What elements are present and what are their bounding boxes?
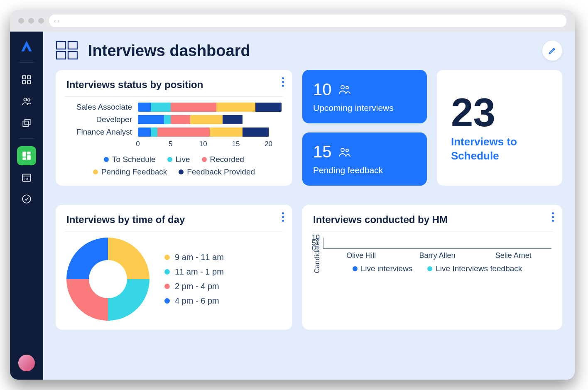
stat-label: Upcoming interviews <box>313 103 416 113</box>
sidebar-item-calendar[interactable]: 31 <box>17 168 36 187</box>
window-controls <box>18 18 44 24</box>
svg-rect-7 <box>23 121 28 127</box>
chart-x-axis: 05101520 <box>138 140 282 149</box>
more-button[interactable] <box>282 212 284 222</box>
chart-legend: To ScheduleLiveRecordedPending FeedbackF… <box>66 155 282 177</box>
stacked-bar <box>138 115 282 124</box>
legend-item: 11 am - 1 pm <box>164 267 224 277</box>
sidebar: 31 <box>10 32 43 380</box>
card-title: Interviews conducted by HM <box>313 214 551 226</box>
stat-value: 10 <box>313 80 332 99</box>
svg-rect-11 <box>22 157 26 159</box>
x-label: Barry Allen <box>399 249 475 260</box>
legend-item: Feedback Provided <box>179 167 255 177</box>
bar-row: Sales Associate <box>66 103 282 112</box>
app-window: ‹ › 31 <box>10 10 575 380</box>
legend-item: 9 am - 11 am <box>164 253 224 262</box>
svg-point-19 <box>341 86 344 89</box>
sidebar-divider <box>19 138 34 139</box>
chart-legend: Live interviewsLive Interviews feedback <box>323 264 551 273</box>
card-pending-feedback[interactable]: 15 Pending feedback <box>302 132 427 186</box>
legend-item: Recorded <box>202 155 244 164</box>
stat-label: Interviews to Schedule <box>451 135 551 163</box>
grouped-bar-chart: 0510 <box>323 238 551 249</box>
svg-rect-15 <box>56 42 66 49</box>
sidebar-divider <box>19 62 34 63</box>
svg-rect-17 <box>56 52 66 59</box>
legend-item: To Schedule <box>104 155 156 164</box>
stacked-bar <box>138 103 282 112</box>
x-label: Olive Hill <box>323 249 399 260</box>
svg-text:31: 31 <box>24 177 29 181</box>
page-header: Interviews dashboard <box>56 41 562 61</box>
svg-point-4 <box>24 98 27 101</box>
sidebar-item-candidates[interactable] <box>17 92 36 111</box>
svg-rect-2 <box>22 81 26 84</box>
bar-row: Developer <box>66 115 282 124</box>
x-label: Selie Arnet <box>475 249 551 260</box>
svg-rect-3 <box>27 81 31 84</box>
card-status-by-position: Interviews status by position Sales Asso… <box>56 70 292 186</box>
more-button[interactable] <box>552 212 554 222</box>
card-interviews-to-schedule[interactable]: 23 Interviews to Schedule <box>437 70 562 186</box>
legend-item: Pending Feedback <box>93 167 167 177</box>
more-button[interactable] <box>282 77 284 87</box>
page-title: Interviews dashboard <box>88 42 250 60</box>
zoom-dot[interactable] <box>38 18 44 24</box>
minimize-dot[interactable] <box>28 18 34 24</box>
user-avatar[interactable] <box>18 355 35 371</box>
sidebar-item-dashboard[interactable] <box>17 70 36 89</box>
svg-point-20 <box>346 86 348 89</box>
chart-x-labels: Olive HillBarry AllenSelie Arnet <box>323 249 551 260</box>
svg-point-21 <box>341 148 344 152</box>
main-content: Interviews dashboard Interviews status b… <box>43 32 575 380</box>
svg-point-14 <box>22 195 31 203</box>
svg-rect-0 <box>22 76 26 79</box>
stat-value: 23 <box>451 93 495 132</box>
close-dot[interactable] <box>18 18 24 24</box>
stacked-bar <box>138 128 282 137</box>
legend-item: Live interviews <box>353 264 413 273</box>
sidebar-item-boards[interactable] <box>17 146 36 165</box>
bar-label: Finance Analyst <box>66 128 132 137</box>
stacked-bar-chart: Sales AssociateDeveloperFinance Analyst <box>66 103 282 137</box>
svg-rect-16 <box>68 42 77 49</box>
svg-rect-1 <box>27 76 31 79</box>
people-icon <box>338 84 351 95</box>
card-time-of-day: Interviews by time of day 9 am - 11 am11… <box>56 205 292 330</box>
legend-item: 2 pm - 4 pm <box>164 282 224 291</box>
card-by-hm: Interviews conducted by HM Candidates 05… <box>302 205 562 330</box>
svg-rect-6 <box>25 119 30 125</box>
svg-rect-9 <box>27 152 31 155</box>
people-icon <box>338 147 351 157</box>
svg-rect-10 <box>27 155 31 160</box>
legend-item: Live <box>167 155 190 164</box>
donut-chart <box>66 238 149 321</box>
svg-point-5 <box>28 99 30 101</box>
edit-button[interactable] <box>542 41 562 61</box>
legend-item: 4 pm - 6 pm <box>164 296 224 306</box>
legend-item: Live Interviews feedback <box>427 264 522 273</box>
svg-rect-8 <box>22 152 26 157</box>
nav-arrows-icon: ‹ › <box>54 17 59 24</box>
sidebar-item-jobs[interactable] <box>17 113 36 132</box>
bar-label: Sales Associate <box>66 103 132 112</box>
svg-point-22 <box>346 149 348 152</box>
bar-label: Developer <box>66 115 132 124</box>
stat-column: 10 Upcoming interviews 15 Pending feedba… <box>302 70 427 186</box>
url-bar[interactable]: ‹ › <box>49 15 566 27</box>
svg-rect-18 <box>68 52 77 59</box>
stat-label: Pending feedback <box>313 165 416 175</box>
app-logo[interactable] <box>20 39 34 53</box>
sidebar-item-tasks[interactable] <box>17 189 36 208</box>
stat-value: 15 <box>313 142 332 161</box>
titlebar: ‹ › <box>10 10 575 32</box>
card-title: Interviews by time of day <box>66 214 282 226</box>
dashboard-icon <box>56 41 80 61</box>
bar-row: Finance Analyst <box>66 128 282 137</box>
chart-legend: 9 am - 11 am11 am - 1 pm2 pm - 4 pm4 pm … <box>164 253 224 306</box>
pencil-icon <box>548 46 557 55</box>
card-title: Interviews status by position <box>66 79 282 91</box>
card-upcoming-interviews[interactable]: 10 Upcoming interviews <box>302 70 427 123</box>
